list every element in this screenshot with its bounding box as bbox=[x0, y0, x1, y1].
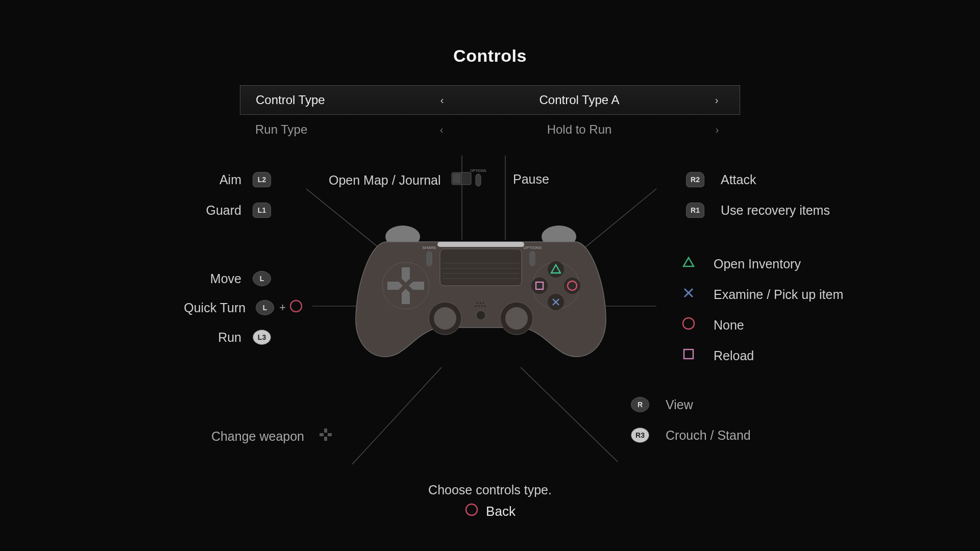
svg-rect-17 bbox=[476, 174, 481, 186]
svg-point-43 bbox=[564, 278, 580, 294]
svg-point-52 bbox=[500, 302, 533, 335]
map-attack: R2 Attack bbox=[684, 172, 756, 187]
map-openmap: Open Map / Journal bbox=[329, 172, 472, 188]
svg-marker-38 bbox=[387, 282, 403, 290]
map-inventory: Open Inventory bbox=[681, 255, 801, 273]
svg-rect-31 bbox=[426, 251, 432, 266]
svg-rect-25 bbox=[437, 242, 524, 247]
map-recovery: R1 Use recovery items bbox=[684, 203, 830, 218]
page-title: Controls bbox=[0, 46, 980, 66]
chevron-left-icon[interactable]: ‹ bbox=[434, 94, 450, 106]
r1-icon: R1 bbox=[686, 203, 704, 218]
svg-rect-12 bbox=[328, 433, 332, 436]
svg-point-45 bbox=[548, 294, 564, 310]
svg-rect-15 bbox=[453, 173, 460, 184]
svg-point-57 bbox=[475, 306, 477, 307]
svg-point-40 bbox=[532, 262, 579, 309]
svg-marker-42 bbox=[551, 265, 560, 273]
circle-button-icon bbox=[289, 299, 303, 316]
map-quickturn: Quick Turn L + bbox=[184, 299, 303, 316]
options-button-icon: OPTIONS bbox=[469, 168, 487, 192]
option-label: Control Type bbox=[256, 93, 434, 107]
svg-marker-18 bbox=[683, 258, 694, 266]
back-button[interactable]: Back bbox=[0, 503, 980, 520]
chevron-right-icon[interactable]: › bbox=[709, 94, 724, 106]
hint-text: Choose controls type. bbox=[0, 483, 980, 497]
l-stick-down-icon: L bbox=[256, 300, 274, 315]
map-pause: OPTIONS Pause bbox=[493, 172, 549, 187]
controller-layout: Aim L2 Guard L1 Move L Quick Turn L + Ru… bbox=[0, 143, 980, 459]
square-button-icon bbox=[681, 346, 696, 365]
svg-line-7 bbox=[521, 367, 618, 462]
l1-icon: L1 bbox=[253, 203, 271, 218]
option-value-box: ‹ Control Type A › bbox=[434, 93, 724, 107]
svg-point-35 bbox=[382, 262, 429, 309]
svg-rect-33 bbox=[529, 251, 535, 266]
svg-point-61 bbox=[476, 311, 485, 320]
cross-button-icon bbox=[681, 285, 696, 304]
svg-point-59 bbox=[481, 306, 483, 307]
circle-button-icon bbox=[681, 316, 696, 334]
svg-rect-11 bbox=[320, 433, 324, 436]
svg-point-56 bbox=[483, 303, 484, 304]
svg-marker-37 bbox=[402, 289, 410, 304]
svg-rect-22 bbox=[684, 349, 693, 359]
circle-button-icon bbox=[464, 503, 479, 520]
map-run: Run L3 bbox=[218, 330, 273, 345]
svg-point-23 bbox=[385, 226, 420, 248]
option-control-type[interactable]: Control Type ‹ Control Type A › bbox=[240, 85, 740, 115]
l-stick-icon: L bbox=[253, 271, 271, 286]
plus-icon: + bbox=[279, 301, 286, 314]
back-label: Back bbox=[486, 504, 516, 519]
svg-point-8 bbox=[290, 300, 302, 312]
r3-icon: R3 bbox=[631, 428, 649, 443]
option-label: Run Type bbox=[255, 122, 434, 137]
dpad-icon bbox=[318, 428, 333, 445]
svg-point-51 bbox=[434, 307, 456, 330]
r-stick-icon: R bbox=[631, 397, 649, 412]
controller-diagram: SHARE OPTIONS bbox=[351, 220, 611, 363]
svg-point-48 bbox=[531, 278, 548, 294]
option-value-box: ‹ Hold to Run › bbox=[434, 122, 725, 137]
l2-icon: L2 bbox=[253, 172, 271, 187]
svg-point-44 bbox=[568, 281, 577, 290]
svg-point-50 bbox=[429, 302, 461, 335]
map-guard: Guard L1 bbox=[206, 203, 273, 218]
chevron-right-icon[interactable]: › bbox=[709, 124, 725, 136]
svg-point-55 bbox=[480, 303, 481, 304]
svg-line-0 bbox=[306, 189, 388, 255]
svg-text:OPTIONS: OPTIONS bbox=[523, 245, 542, 250]
svg-rect-10 bbox=[324, 437, 327, 441]
triangle-button-icon bbox=[681, 255, 696, 273]
option-value: Hold to Run bbox=[449, 122, 709, 137]
svg-line-47 bbox=[553, 299, 559, 305]
touchpad-icon bbox=[451, 172, 472, 188]
svg-point-54 bbox=[477, 303, 478, 304]
chevron-left-icon[interactable]: ‹ bbox=[434, 124, 449, 136]
svg-text:OPTIONS: OPTIONS bbox=[470, 169, 486, 172]
option-run-type[interactable]: Run Type ‹ Hold to Run › bbox=[240, 115, 740, 144]
svg-point-41 bbox=[548, 261, 564, 278]
svg-point-21 bbox=[683, 318, 694, 329]
footer: Choose controls type. Back bbox=[0, 483, 980, 520]
map-examine: Examine / Pick up item bbox=[681, 285, 843, 304]
svg-rect-9 bbox=[324, 429, 327, 433]
svg-line-3 bbox=[576, 189, 656, 255]
svg-text:SHARE: SHARE bbox=[422, 245, 436, 250]
l3-icon: L3 bbox=[253, 330, 271, 345]
map-aim: Aim L2 bbox=[219, 172, 273, 187]
svg-line-46 bbox=[553, 299, 559, 305]
svg-point-53 bbox=[505, 307, 528, 330]
map-view: R View bbox=[629, 397, 693, 412]
svg-point-58 bbox=[478, 306, 480, 307]
option-value: Control Type A bbox=[450, 93, 709, 107]
svg-marker-36 bbox=[402, 267, 410, 283]
map-changeweapon: Change weapon bbox=[211, 428, 333, 445]
map-reload: Reload bbox=[681, 346, 754, 365]
svg-point-24 bbox=[542, 226, 576, 248]
svg-rect-26 bbox=[440, 249, 522, 286]
options-panel: Control Type ‹ Control Type A › Run Type… bbox=[240, 85, 740, 144]
svg-marker-39 bbox=[409, 282, 424, 290]
svg-point-60 bbox=[484, 306, 486, 307]
map-crouch: R3 Crouch / Stand bbox=[629, 428, 751, 443]
